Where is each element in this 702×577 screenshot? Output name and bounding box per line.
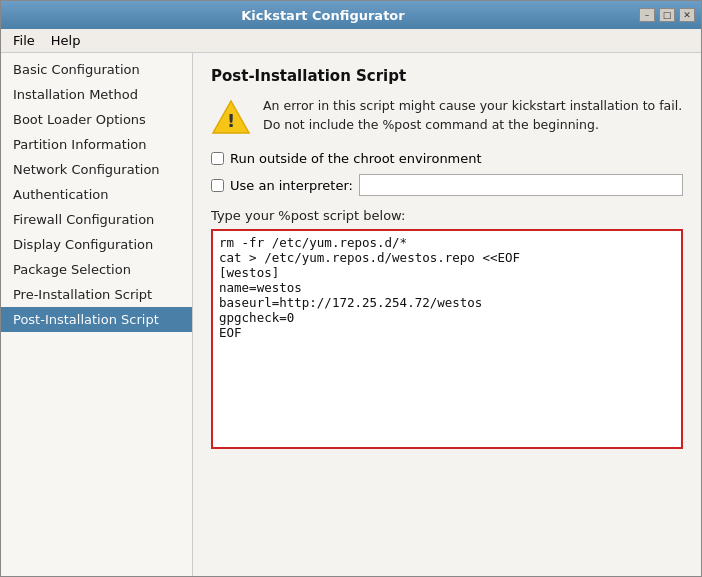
chroot-label[interactable]: Run outside of the chroot environment — [230, 151, 482, 166]
sidebar-item-display-configuration[interactable]: Display Configuration — [1, 232, 192, 257]
sidebar-item-basic-config[interactable]: Basic Configuration — [1, 57, 192, 82]
menu-help[interactable]: Help — [43, 31, 89, 50]
chroot-checkbox[interactable] — [211, 152, 224, 165]
titlebar: Kickstart Configurator – □ ✕ — [1, 1, 701, 29]
interpreter-input[interactable] — [359, 174, 683, 196]
minimize-button[interactable]: – — [639, 8, 655, 22]
sidebar-item-boot-loader-options[interactable]: Boot Loader Options — [1, 107, 192, 132]
sidebar-item-network-configuration[interactable]: Network Configuration — [1, 157, 192, 182]
interpreter-checkbox[interactable] — [211, 179, 224, 192]
sidebar-item-package-selection[interactable]: Package Selection — [1, 257, 192, 282]
window-title: Kickstart Configurator — [7, 8, 639, 23]
content-area: Post-Installation Script ! An error in t… — [193, 53, 701, 576]
sidebar-item-installation-method[interactable]: Installation Method — [1, 82, 192, 107]
warning-box: ! An error in this script might cause yo… — [211, 97, 683, 137]
warning-icon: ! — [211, 97, 251, 137]
warning-text: An error in this script might cause your… — [263, 97, 683, 135]
menubar: File Help — [1, 29, 701, 53]
maximize-button[interactable]: □ — [659, 8, 675, 22]
sidebar-item-post-installation-script[interactable]: Post-Installation Script — [1, 307, 192, 332]
section-title: Post-Installation Script — [211, 67, 683, 85]
sidebar: Basic Configuration Installation Method … — [1, 53, 193, 576]
menu-file[interactable]: File — [5, 31, 43, 50]
main-window: Kickstart Configurator – □ ✕ File Help B… — [0, 0, 702, 577]
window-controls: – □ ✕ — [639, 8, 695, 22]
close-button[interactable]: ✕ — [679, 8, 695, 22]
interpreter-label[interactable]: Use an interpreter: — [230, 178, 353, 193]
script-textarea[interactable] — [211, 229, 683, 449]
interpreter-row: Use an interpreter: — [211, 174, 683, 196]
script-label: Type your %post script below: — [211, 208, 683, 223]
sidebar-item-firewall-configuration[interactable]: Firewall Configuration — [1, 207, 192, 232]
svg-text:!: ! — [227, 110, 235, 131]
main-content: Basic Configuration Installation Method … — [1, 53, 701, 576]
chroot-checkbox-row: Run outside of the chroot environment — [211, 151, 683, 166]
sidebar-item-partition-information[interactable]: Partition Information — [1, 132, 192, 157]
sidebar-item-authentication[interactable]: Authentication — [1, 182, 192, 207]
sidebar-item-pre-installation-script[interactable]: Pre-Installation Script — [1, 282, 192, 307]
